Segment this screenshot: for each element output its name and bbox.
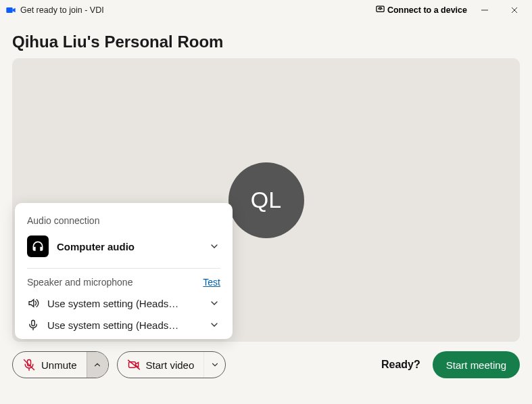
audio-mode-selector[interactable]: Computer audio bbox=[27, 235, 220, 269]
video-options-button[interactable] bbox=[203, 352, 225, 378]
svg-rect-6 bbox=[32, 320, 35, 326]
headset-icon bbox=[27, 235, 49, 257]
svg-point-2 bbox=[380, 9, 381, 9]
avatar: QL bbox=[228, 162, 304, 238]
audio-mode-label: Computer audio bbox=[57, 241, 135, 252]
minimize-button[interactable] bbox=[473, 2, 497, 18]
connect-device-label: Connect to a device bbox=[387, 5, 467, 15]
connect-device-link[interactable]: Connect to a device bbox=[375, 4, 467, 16]
speaker-mic-label: Speaker and microphone bbox=[27, 277, 132, 288]
speaker-name: Use system setting (Headset ... bbox=[47, 298, 183, 309]
start-video-button[interactable]: Start video bbox=[118, 352, 204, 378]
app-icon bbox=[5, 5, 16, 16]
start-video-label: Start video bbox=[146, 359, 195, 371]
chevron-down-icon bbox=[208, 319, 220, 331]
speaker-selector[interactable]: Use system setting (Headset ... bbox=[27, 297, 220, 309]
cast-icon bbox=[375, 4, 385, 16]
svg-rect-0 bbox=[6, 7, 12, 13]
start-video-control: Start video bbox=[117, 351, 226, 378]
microphone-selector[interactable]: Use system setting (Headset ... bbox=[27, 319, 220, 331]
unmute-label: Unmute bbox=[41, 359, 77, 371]
window-title: Get ready to join - VDI bbox=[20, 5, 104, 15]
unmute-options-button[interactable] bbox=[87, 352, 108, 378]
chevron-down-icon bbox=[208, 240, 220, 252]
room-title: Qihua Liu's Personal Room bbox=[12, 32, 520, 51]
unmute-control: Unmute bbox=[12, 351, 109, 378]
close-button[interactable] bbox=[502, 2, 527, 18]
audio-settings-popover: Audio connection Computer audio Speaker … bbox=[15, 203, 233, 339]
speaker-icon bbox=[27, 297, 39, 309]
unmute-button[interactable]: Unmute bbox=[13, 352, 87, 378]
camera-off-icon bbox=[127, 358, 141, 372]
ready-text: Ready? bbox=[381, 359, 420, 371]
chevron-down-icon bbox=[208, 297, 220, 309]
video-preview-stage: QL Audio connection Computer audio Speak… bbox=[12, 58, 520, 342]
audio-popover-title: Audio connection bbox=[27, 215, 220, 226]
microphone-icon bbox=[27, 319, 39, 331]
mic-muted-icon bbox=[22, 358, 36, 372]
microphone-name: Use system setting (Headset ... bbox=[47, 319, 183, 331]
test-audio-link[interactable]: Test bbox=[203, 277, 220, 288]
start-meeting-button[interactable]: Start meeting bbox=[433, 351, 520, 378]
